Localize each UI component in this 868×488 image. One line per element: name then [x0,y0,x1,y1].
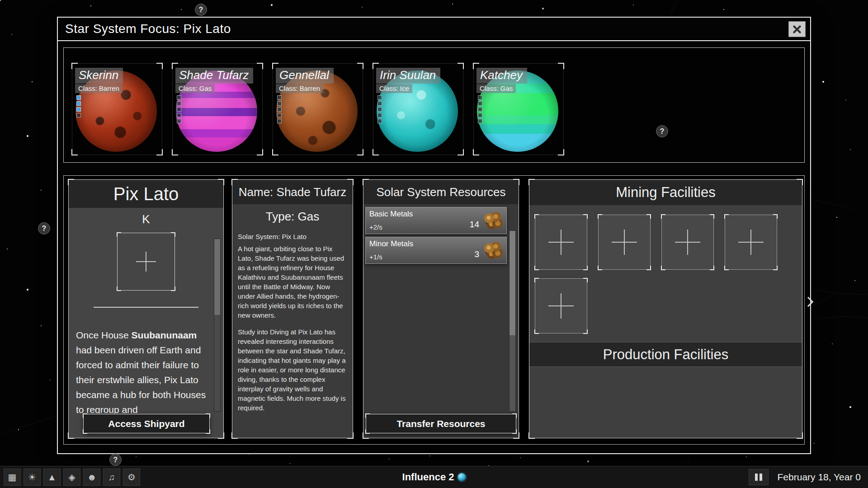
planet-slot-indicators [76,95,81,117]
star-name: Pix Lato [113,184,179,204]
mining-facilities-header: Mining Facilities [529,180,802,206]
corner-bracket [534,329,539,334]
planet-slot-indicators [177,95,181,123]
resource-rate: +1/s [369,253,382,261]
close-icon [793,25,802,34]
influence-label: Influence 2 [402,471,454,483]
planet-name: Shade Tufarz [175,68,253,84]
planet-card-gennellal[interactable]: Gennellal Class: Barren [273,63,363,155]
corner-bracket [473,149,479,155]
slot-pip-filled [76,95,81,100]
slot-pip-empty [177,119,181,123]
slot-pip-empty [377,107,382,112]
settings-icon[interactable]: ⚙ [123,469,140,486]
planet-card-shade-tufarz[interactable]: Shade Tufarz Class: Gas [172,63,263,155]
scroll-right-chevron[interactable] [804,296,812,308]
corner-bracket [598,266,602,270]
slot-pip-empty [377,101,382,106]
corner-bracket [583,278,588,282]
mining-slot-3[interactable] [661,215,714,270]
corner-bracket [373,149,379,155]
corner-bracket [117,232,121,237]
access-shipyard-button[interactable]: Access Shipyard [83,414,210,433]
corner-bracket [724,214,729,219]
slot-pip-empty [377,119,382,123]
transfer-resources-button[interactable]: Transfer Resources [366,414,516,433]
corner-bracket [171,286,175,291]
slot-pip-empty [177,113,181,117]
close-button[interactable] [788,21,806,37]
star-description-pre: Once House [76,330,132,340]
toolbar-icon-group: ▦ ☀ ▲ ◈ ☻ ♫ ⚙ [0,469,140,486]
ore-icon [483,211,504,230]
planet-slot-indicators [478,95,482,123]
facilities-panel: Mining Facilities Production Facilities [529,179,802,438]
slot-pip-empty [478,113,482,117]
corner-bracket [646,214,651,219]
resource-amount: 14 [470,220,479,230]
pause-button[interactable] [749,469,769,485]
mining-slot-5[interactable] [535,278,587,333]
corner-bracket [357,63,363,69]
resource-name: Minor Metals [369,239,413,249]
mining-slot-1[interactable] [535,215,587,270]
base-icon[interactable]: ▦ [4,469,21,486]
corner-bracket [117,286,121,291]
slot-pip-filled [76,101,81,106]
planet-card-katchey[interactable]: Katchey Class: Gas [473,63,564,155]
planet-detail-panel: Name: Shade Tufarz Type: Gas Solar Syste… [232,179,353,438]
transfer-resources-label: Transfer Resources [396,418,485,429]
access-shipyard-label: Access Shipyard [108,418,184,429]
corner-bracket [171,232,175,237]
corner-bracket [83,413,87,418]
resources-scrollbar[interactable] [509,230,516,412]
help-badge-top[interactable]: ? [195,4,207,16]
planet-name: Skerinn [75,68,123,84]
planet-card-irin-suulan[interactable]: Irin Suulan Class: Ice [373,63,463,155]
resources-panel-header: Solar System Resources [363,180,519,205]
scrollbar-thumb[interactable] [509,231,515,335]
energy-icon[interactable]: ☀ [24,469,41,486]
time-controls: February 18, Year 0 [749,469,863,485]
resource-row-minor-metals: Minor Metals +1/s 3 [365,237,507,264]
game-screen: Star System Focus: Pix Lato Skerinn Clas… [0,0,868,488]
planet-name: Irin Suulan [376,68,440,84]
star-description-house: Suubanunaam [132,330,197,340]
slot-pip-filled [76,107,81,112]
slot-pip-empty [478,107,482,112]
star-system-focus-dialog: Star System Focus: Pix Lato Skerinn Clas… [57,17,811,454]
corner-bracket [357,149,363,155]
mining-slot-2[interactable] [598,215,651,270]
corner-bracket [512,413,517,418]
planet-class: Class: Ice [376,84,412,93]
music-icon[interactable]: ♫ [103,469,120,486]
slot-pip-empty [478,119,482,123]
focus-detail-region: Pix Lato K Once House Suubanunaam had be… [63,175,805,445]
planet-class: Class: Barren [75,84,123,93]
help-badge-left[interactable]: ? [38,222,50,235]
scrollbar-thumb[interactable] [214,239,220,315]
slot-pip-empty [277,95,282,100]
fleet-icon[interactable]: ▲ [43,469,61,486]
help-badge-strip[interactable]: ? [656,125,668,137]
corner-bracket [710,266,714,270]
star-building-slot[interactable] [117,233,175,291]
planet-detail-paragraph-2: Study into Diving at Pix Lato has reveal… [238,327,347,413]
planet-card-skerinn[interactable]: Skerinn Class: Barren [72,63,162,155]
slot-pip-empty [277,107,282,112]
resource-name: Basic Metals [369,210,413,219]
corner-bracket [458,149,464,155]
corner-bracket [646,266,651,270]
corner-bracket [724,266,729,270]
slot-pip-empty [478,101,482,106]
planet-detail-text: Solar System: Pix Lato A hot giant, orbi… [238,232,347,413]
population-icon[interactable]: ☻ [83,469,100,486]
slot-pip-empty [277,119,282,123]
chevron-right-icon [803,297,814,307]
corner-bracket [534,278,539,282]
network-icon[interactable]: ◈ [63,469,80,486]
star-panel-scrollbar[interactable] [214,239,221,412]
mining-slot-4[interactable] [725,215,777,270]
ore-icon [483,241,504,259]
help-badge-bottom[interactable]: ? [109,454,122,466]
